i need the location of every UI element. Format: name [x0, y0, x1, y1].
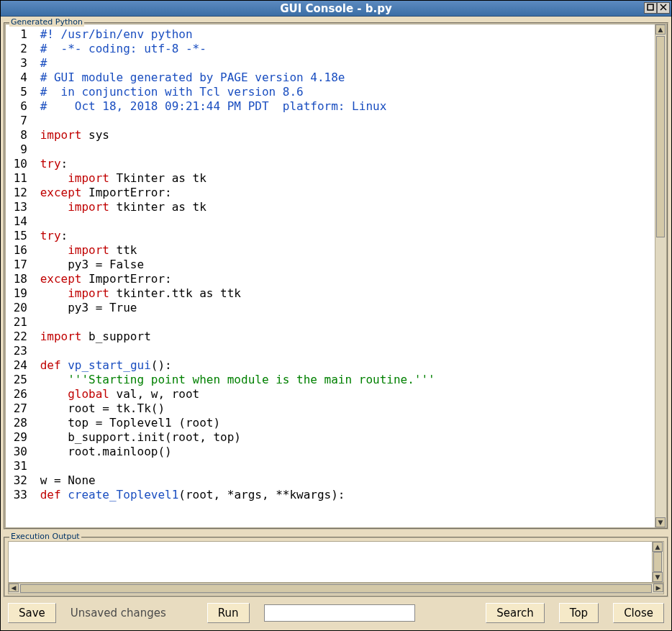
execution-output-label: Execution Output	[9, 532, 81, 541]
close-button[interactable]: Close	[613, 603, 664, 623]
close-window-button[interactable]	[657, 2, 670, 14]
code-scroll-thumb[interactable]	[656, 36, 665, 237]
code-editor[interactable]: 1 #! /usr/bin/env python 2 # -*- coding:…	[6, 24, 655, 527]
maximize-icon	[647, 4, 654, 13]
titlebar-buttons	[644, 2, 670, 14]
titlebar[interactable]: GUI Console - b.py	[1, 1, 671, 17]
output-hscroll-thumb[interactable]	[20, 584, 652, 593]
run-button[interactable]: Run	[207, 603, 250, 623]
search-input[interactable]	[264, 604, 415, 622]
svg-rect-0	[648, 4, 653, 10]
execution-output-panel: Execution Output ▲ ▼ ◀ ▶	[4, 537, 668, 597]
code-wrap: 1 #! /usr/bin/env python 2 # -*- coding:…	[5, 24, 667, 528]
save-button[interactable]: Save	[8, 603, 56, 623]
close-icon	[660, 4, 667, 13]
output-vertical-scrollbar[interactable]: ▲ ▼	[652, 542, 663, 582]
output-horizontal-scrollbar[interactable]: ◀ ▶	[8, 583, 664, 594]
maximize-button[interactable]	[644, 2, 657, 14]
top-button[interactable]: Top	[559, 603, 599, 623]
output-scroll-thumb[interactable]	[653, 552, 662, 572]
client-area: Generated Python 1 #! /usr/bin/env pytho…	[1, 17, 671, 630]
scroll-down-arrow-icon[interactable]: ▼	[655, 517, 666, 527]
window: GUI Console - b.py Generated Python 1 #!…	[0, 0, 672, 631]
generated-python-panel: Generated Python 1 #! /usr/bin/env pytho…	[4, 22, 668, 530]
button-bar: Save Unsaved changes Run Search Top Clos…	[4, 599, 668, 627]
scroll-left-arrow-icon[interactable]: ◀	[9, 584, 19, 592]
code-content: 1 #! /usr/bin/env python 2 # -*- coding:…	[6, 24, 655, 502]
search-button[interactable]: Search	[486, 603, 545, 623]
code-vertical-scrollbar[interactable]: ▲ ▼	[655, 24, 666, 527]
window-title: GUI Console - b.py	[1, 2, 671, 15]
scroll-up-arrow-icon[interactable]: ▲	[655, 24, 666, 35]
status-label: Unsaved changes	[71, 607, 193, 619]
scroll-down-arrow-icon[interactable]: ▼	[653, 572, 663, 582]
generated-python-label: Generated Python	[9, 17, 84, 27]
scroll-up-arrow-icon[interactable]: ▲	[653, 542, 663, 552]
scroll-right-arrow-icon[interactable]: ▶	[653, 584, 663, 592]
output-text-area[interactable]: ▲ ▼	[8, 541, 664, 583]
